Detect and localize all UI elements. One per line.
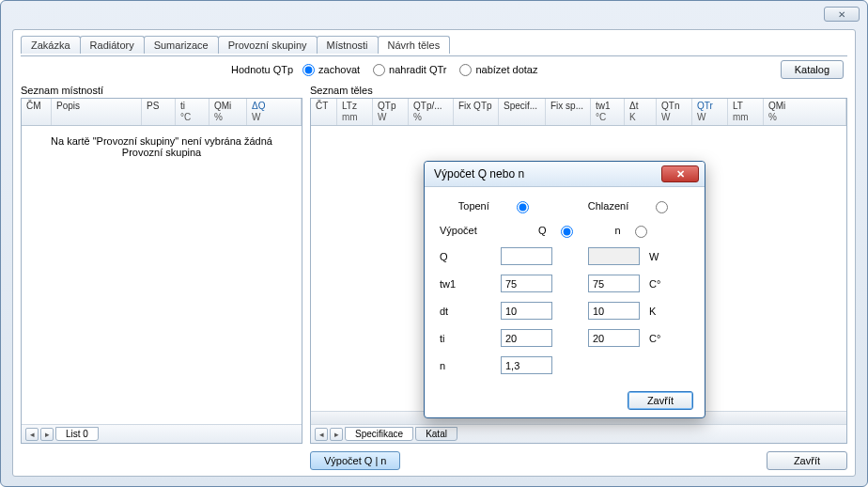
- rooms-grid: ČM Popis PS ti°C QMi% ΔQW Na kartě "Prov…: [21, 98, 302, 444]
- col-ltz[interactable]: LTzmm: [337, 99, 373, 125]
- col-tw1[interactable]: tw1°C: [591, 99, 625, 125]
- col-fix-qtp[interactable]: Fix QTp: [454, 99, 499, 125]
- rooms-grid-bottom: ◂ ▸ List 0: [22, 424, 302, 443]
- rooms-nav-prev[interactable]: ◂: [25, 428, 39, 441]
- row-q-label: Q: [440, 251, 491, 262]
- dialog-title-text: Výpočet Q nebo n: [434, 167, 524, 181]
- dialog-body: Topení Chlazení Výpočet Q n Q W: [425, 187, 705, 387]
- tab-navrh-teles[interactable]: Návrh těles: [378, 36, 451, 54]
- tab-radiatory[interactable]: Radiátory: [80, 36, 145, 54]
- mode-topeni-label: Topení: [458, 200, 489, 212]
- row-dt-unit: K: [649, 306, 672, 317]
- row-dt-input1[interactable]: [501, 302, 552, 320]
- row-tw1-input2[interactable]: [588, 275, 640, 292]
- col-qtn[interactable]: QTnW: [657, 99, 692, 125]
- row-ti-input2[interactable]: [588, 329, 640, 347]
- calc-q-radio[interactable]: [561, 226, 573, 238]
- col-specif[interactable]: Specif...: [499, 99, 546, 125]
- col-dq[interactable]: ΔQW: [247, 99, 302, 125]
- dialog-close-button[interactable]: ✕: [661, 165, 699, 182]
- row-q-input1[interactable]: [501, 247, 552, 265]
- row-tw1-label: tw1: [440, 278, 491, 290]
- qtp-opt-nahradit[interactable]: nahradit QTr: [373, 64, 446, 76]
- col-qtp[interactable]: QTpW: [373, 99, 409, 125]
- qtp-opt-zachovat[interactable]: zachovat: [302, 64, 360, 76]
- bodies-nav-prev[interactable]: ◂: [315, 428, 328, 441]
- right-pane-title: Seznam těles: [310, 85, 847, 96]
- close-button[interactable]: Zavřít: [767, 451, 847, 470]
- close-icon: ✕: [838, 9, 845, 20]
- col-popis[interactable]: Popis: [52, 99, 142, 125]
- tab-provozni-skupiny[interactable]: Provozní skupiny: [218, 36, 318, 54]
- bodies-nav-next[interactable]: ▸: [330, 428, 343, 441]
- dialog-close-footer-button[interactable]: Zavřít: [628, 391, 693, 410]
- col-qmi[interactable]: QMi%: [209, 99, 247, 125]
- qtp-opt-zachovat-label: zachovat: [318, 64, 360, 75]
- rooms-empty-line2: Provozní skupina: [22, 147, 302, 158]
- rooms-grid-header: ČM Popis PS ti°C QMi% ΔQW: [22, 99, 302, 126]
- row-tw1-unit: C°: [649, 278, 672, 290]
- col-qtr[interactable]: QTrW: [692, 99, 728, 125]
- qtp-opt-dotaz[interactable]: nabízet dotaz: [459, 64, 537, 76]
- app-window: ✕ Zakázka Radiátory Sumarizace Provozní …: [0, 0, 868, 487]
- mode-topeni-radio[interactable]: [517, 201, 529, 213]
- col-ps[interactable]: PS: [142, 99, 176, 125]
- row-dt-input2[interactable]: [588, 302, 640, 320]
- col-fix-sp[interactable]: Fix sp...: [546, 99, 591, 125]
- tab-zakazka[interactable]: Zakázka: [21, 36, 81, 54]
- row-n-label: n: [440, 360, 491, 371]
- calc-n-label: n: [615, 225, 621, 236]
- row-tw1-input1[interactable]: [501, 275, 552, 292]
- window-close-button[interactable]: ✕: [824, 7, 860, 22]
- bodies-tab-specifikace[interactable]: Specifikace: [345, 427, 413, 441]
- mode-chlazeni-radio[interactable]: [656, 201, 668, 213]
- row-q-input2: [588, 247, 640, 265]
- tab-mistnosti[interactable]: Místnosti: [317, 36, 379, 54]
- qtp-toolbar: Hodnotu QTp zachovat nahradit QTr nabíze…: [21, 56, 847, 85]
- calc-q-label: Q: [538, 225, 547, 236]
- close-icon: ✕: [676, 168, 685, 181]
- row-ti-label: ti: [440, 333, 491, 344]
- bodies-grid-bottom: ◂ ▸ Specifikace Katal: [311, 424, 846, 443]
- rooms-sheet-tab[interactable]: List 0: [55, 427, 99, 441]
- rooms-grid-body: Na kartě "Provozní skupiny" není vybrána…: [22, 126, 302, 424]
- col-ti[interactable]: ti°C: [176, 99, 209, 125]
- rooms-nav-next[interactable]: ▸: [40, 428, 54, 441]
- bodies-tab-katalog[interactable]: Katal: [415, 427, 457, 441]
- katalog-button[interactable]: Katalog: [781, 60, 844, 79]
- row-q-unit: W: [649, 251, 672, 262]
- calc-n-radio[interactable]: [635, 226, 647, 238]
- dialog-titlebar[interactable]: Výpočet Q nebo n ✕: [425, 162, 705, 187]
- calc-label: Výpočet: [440, 225, 491, 236]
- rooms-empty-message: Na kartě "Provozní skupiny" není vybrána…: [22, 126, 302, 158]
- row-n-input1[interactable]: [501, 356, 552, 374]
- calc-q-n-button[interactable]: Výpočet Q | n: [310, 451, 400, 470]
- col-qtp-pct[interactable]: QTp/...%: [409, 99, 454, 125]
- mode-chlazeni-label: Chlazení: [588, 200, 628, 212]
- col-qmi-r[interactable]: QMi%: [764, 99, 846, 125]
- tab-sumarizace[interactable]: Sumarizace: [144, 36, 219, 54]
- bodies-grid-header: ČT LTzmm QTpW QTp/...% Fix QTp Specif...…: [311, 99, 846, 126]
- col-lt[interactable]: LTmm: [728, 99, 764, 125]
- left-pane: Seznam místností ČM Popis PS ti°C QMi% Δ…: [21, 85, 302, 444]
- rooms-empty-line1: Na kartě "Provozní skupiny" není vybrána…: [22, 135, 302, 147]
- calc-dialog: Výpočet Q nebo n ✕ Topení Chlazení Výpoč…: [424, 161, 705, 418]
- qtp-label: Hodnotu QTp: [231, 64, 293, 75]
- left-pane-title: Seznam místností: [21, 85, 302, 96]
- main-tabstrip: Zakázka Radiátory Sumarizace Provozní sk…: [21, 36, 847, 54]
- qtp-opt-dotaz-label: nabízet dotaz: [475, 64, 537, 75]
- row-ti-unit: C°: [649, 333, 672, 344]
- col-ct[interactable]: ČT: [311, 99, 337, 125]
- row-dt-label: dt: [440, 306, 491, 317]
- qtp-opt-nahradit-label: nahradit QTr: [389, 64, 446, 75]
- row-ti-input1[interactable]: [501, 329, 552, 347]
- col-cm[interactable]: ČM: [22, 99, 52, 125]
- footer: Výpočet Q | n Zavřít: [21, 451, 847, 470]
- col-dt[interactable]: ΔtK: [625, 99, 657, 125]
